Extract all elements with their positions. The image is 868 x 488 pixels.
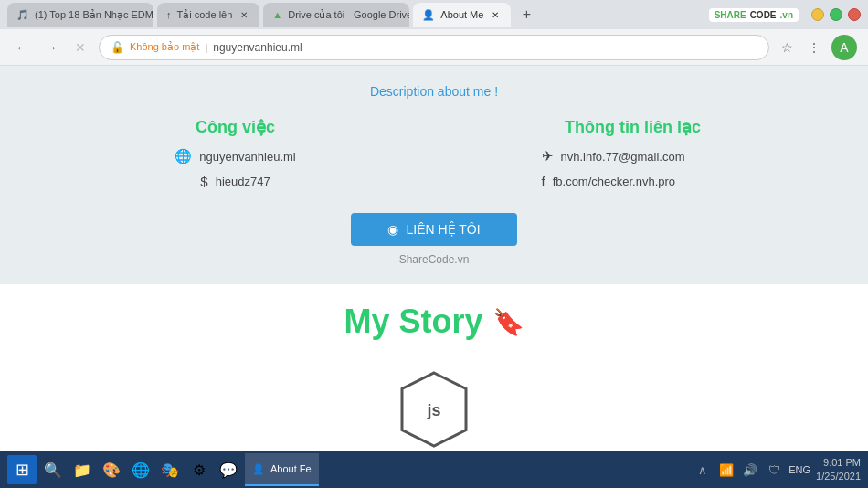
facebook-icon: f [542,174,545,189]
url-text: nguyenvanhieu.ml [213,41,302,54]
work-column: Công việc 🌐 nguyenvanhieu.ml $ hieudz747 [144,117,327,198]
taskbar-chat-icon[interactable]: 💬 [216,457,241,483]
story-title-text: My Story [344,302,482,341]
security-icon: 🔓 [111,41,124,54]
theater-icon: 🎭 [161,461,179,479]
tab-label-edm: (1) Top 18 Bản Nhạc EDM T... [35,9,153,21]
taskbar-art-icon[interactable]: 🎨 [99,457,124,483]
taskbar-network-icon[interactable]: 📶 [717,461,736,479]
website-text: nguyenvanhieu.ml [199,150,296,164]
taskbar-right: ∧ 📶 🔊 🛡 ENG 9:01 PM 1/25/2021 [693,456,861,484]
taskbar-search-icon[interactable]: 🔍 [40,457,66,483]
facebook-text: fb.com/checker.nvh.pro [553,175,675,188]
chat-icon: 💬 [219,461,238,479]
contact-column: Thông tin liên lạc ✈ nvh.info.77@gmail.c… [542,117,725,198]
address-bar: ← → ✕ 🔓 Không bảo mật | nguyenvanhieu.ml… [0,29,868,66]
forward-button[interactable]: → [40,37,62,58]
description-link[interactable]: Description about me ! [37,84,831,99]
tab-favicon-drive: ▲ [272,9,282,20]
menu-button[interactable]: ⋮ [804,37,824,58]
info-columns: Công việc 🌐 nguyenvanhieu.ml $ hieudz747… [37,117,831,198]
radio-icon: ◉ [387,222,398,237]
tab-label-drive: Drive của tôi - Google Drive [288,9,409,21]
bookmark-icon: 🔖 [492,307,524,337]
tab-upload[interactable]: ↑ Tải code lên ✕ [157,3,259,27]
email-icon: ✈ [542,148,554,164]
taskbar-settings-icon[interactable]: ⚙ [186,457,212,483]
taskbar-lang: ENG [789,464,810,475]
logo-share: SHARE [715,10,746,20]
taskbar-folder-icon[interactable]: 📁 [69,457,95,483]
logo-domain: .vn [780,10,793,20]
contact-btn-wrapper: ◉ LIÊN HỆ TÔI [37,213,831,246]
taskbar-shield-icon[interactable]: 🛡 [765,461,783,479]
taskbar-clock[interactable]: 9:01 PM 1/25/2021 [816,456,861,484]
tab-label-upload: Tải code lên [177,9,233,21]
search-icon: 🔍 [44,461,62,479]
active-app-label: About Fe [270,463,312,474]
email-item: ✈ nvh.info.77@gmail.com [542,148,725,164]
skype-icon: $ [200,174,207,189]
page-content: Description about me ! Công việc 🌐 nguye… [0,66,868,451]
taskbar-volume-icon[interactable]: 🔊 [741,461,759,479]
skype-item: $ hieudz747 [144,174,327,189]
reload-stop-button[interactable]: ✕ [69,37,91,58]
story-section: My Story 🔖 js Motion-4len [0,284,868,451]
minimize-button[interactable] [811,8,824,21]
art-icon: 🎨 [102,461,121,479]
active-app-icon: 👤 [252,463,265,475]
taskbar-chevron-icon[interactable]: ∧ [693,461,712,479]
globe-icon: 🌐 [175,148,192,164]
logo-code: CODE [750,10,777,20]
window-controls: SHARECODE.vn [702,8,861,22]
info-section: Description about me ! Công việc 🌐 nguye… [0,66,868,284]
star-button[interactable]: ☆ [777,37,797,58]
skype-text: hieudz747 [216,175,270,188]
tab-drive[interactable]: ▲ Drive của tôi - Google Drive ✕ [263,3,409,27]
tab-edm[interactable]: 🎵 (1) Top 18 Bản Nhạc EDM T... ✕ [7,3,153,27]
taskbar: ⊞ 🔍 📁 🎨 🌐 🎭 ⚙ 💬 👤 About Fe ∧ 📶 [0,451,868,488]
profile-button[interactable]: A [831,35,857,60]
website-item: 🌐 nguyenvanhieu.ml [144,148,327,164]
folder-icon: 📁 [73,461,91,479]
address-actions: ☆ ⋮ A [777,35,857,60]
new-tab-button[interactable]: + [514,3,538,27]
contact-button[interactable]: ◉ LIÊN HỆ TÔI [351,213,516,246]
taskbar-chrome-icon[interactable]: 🌐 [128,457,153,483]
tab-label-aboutme: About Me [440,9,483,20]
nodejs-hexagon-svg: js [397,368,471,451]
start-icon: ⊞ [16,460,29,480]
facebook-item: f fb.com/checker.nvh.pro [542,174,725,189]
security-label: Không bảo mật [130,41,199,53]
separator: | [205,42,207,53]
back-button[interactable]: ← [11,37,33,58]
work-title: Công việc [144,117,327,137]
svg-text:js: js [426,401,440,419]
sharecode-logo: SHARECODE.vn [709,8,799,22]
close-button[interactable] [848,8,861,21]
title-bar: 🎵 (1) Top 18 Bản Nhạc EDM T... ✕ ↑ Tải c… [0,0,868,29]
nodejs-container: js Motion-4len [397,368,471,451]
active-app-tab[interactable]: 👤 About Fe [245,453,319,486]
maximize-button[interactable] [830,8,842,21]
contact-btn-label: LIÊN HỆ TÔI [406,222,480,237]
tab-favicon-aboutme: 👤 [422,9,435,21]
chrome-icon: 🌐 [132,461,150,479]
tab-close-aboutme[interactable]: ✕ [489,8,502,21]
tab-close-upload[interactable]: ✕ [238,8,250,21]
email-text: nvh.info.77@gmail.com [561,150,685,164]
settings-icon: ⚙ [193,461,206,479]
watermark: ShareCode.vn [37,253,831,266]
tab-favicon-edm: 🎵 [16,9,29,21]
taskbar-date-value: 1/25/2021 [816,470,861,483]
contact-title: Thông tin liên lạc [542,117,725,137]
address-input[interactable]: 🔓 Không bảo mật | nguyenvanhieu.ml [99,35,769,60]
tab-favicon-upload: ↑ [166,9,172,20]
start-button[interactable]: ⊞ [7,455,37,484]
taskbar-theater-icon[interactable]: 🎭 [157,457,183,483]
taskbar-time-value: 9:01 PM [816,456,861,470]
story-title: My Story 🔖 [344,302,524,341]
tab-aboutme[interactable]: 👤 About Me ✕ [413,3,511,27]
nodejs-logo: js [397,368,471,451]
